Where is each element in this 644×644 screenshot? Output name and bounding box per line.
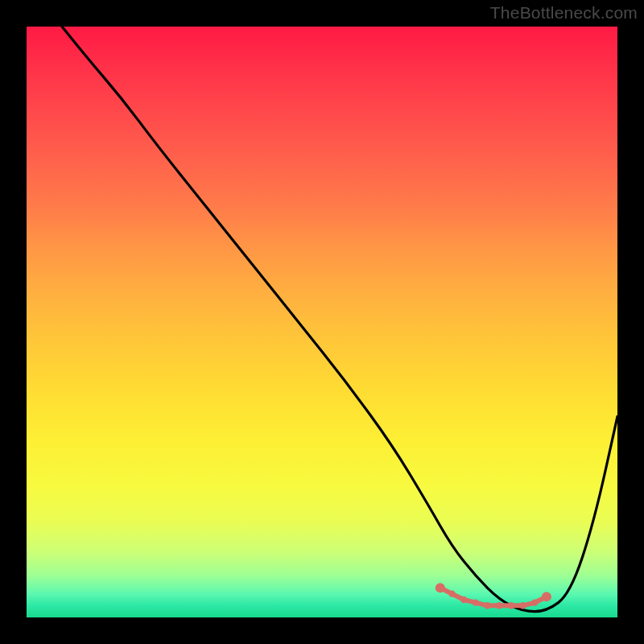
plot-area	[27, 27, 617, 617]
highlight-dot	[473, 599, 479, 605]
bottom-highlight-markers	[436, 583, 551, 609]
highlight-dot	[460, 597, 467, 603]
highlight-dot	[448, 590, 455, 597]
chart-frame: TheBottleneck.com	[0, 0, 644, 644]
highlight-dot	[436, 583, 445, 592]
highlight-dot	[519, 602, 526, 609]
highlight-connector	[440, 588, 547, 605]
curve-svg	[27, 27, 617, 617]
highlight-dot	[531, 599, 538, 605]
watermark-text: TheBottleneck.com	[490, 3, 638, 23]
highlight-dot	[484, 602, 490, 609]
highlight-dot	[508, 602, 514, 609]
bottleneck-curve-path	[62, 27, 617, 612]
highlight-dot	[496, 602, 502, 609]
highlight-dot	[542, 592, 551, 601]
